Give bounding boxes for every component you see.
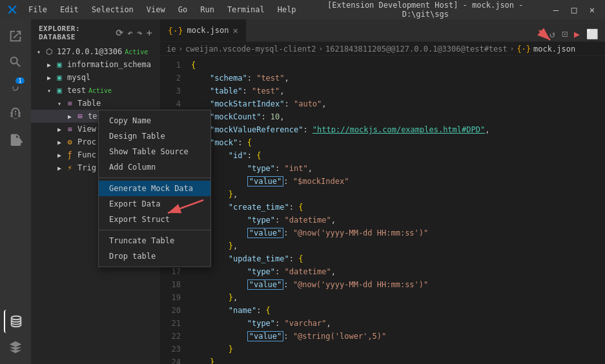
editor-area: {·} mock.json ✕ ↺ ⊡ ▶ ⬜ ie › cweijan.vsc… — [160, 19, 605, 364]
tree-item-test[interactable]: ▾ ▣ test Active — [31, 84, 160, 97]
test-label: test — [67, 86, 86, 95]
activity-source-control[interactable]: 1 — [4, 76, 27, 99]
code-line-18: "value": "@now('yyyy-MM-dd HH:mm:ss')" — [191, 278, 605, 291]
activity-extensions[interactable] — [4, 128, 27, 151]
proc-label: Proc — [77, 137, 96, 147]
tree-item-mysql[interactable]: ▶ ▣ mysql — [31, 71, 160, 84]
tree-item-server[interactable]: ▾ ⬡ 127.0.0.1@3306 Active — [31, 45, 160, 58]
table-icon: ≡ — [65, 98, 75, 108]
main-layout: 1 Explorer: Database ⟳ ↶ ↷ + — [0, 19, 605, 364]
sidebar-header-icons: ⟳ ↶ ↷ + — [116, 28, 152, 38]
sidebar-title: Explorer: Database — [39, 25, 116, 41]
context-menu-add-column[interactable]: Add Column — [99, 159, 210, 175]
code-line-16: "update_time": { — [191, 252, 605, 265]
tree-arrow: ▾ — [44, 85, 54, 96]
tab-bar: {·} mock.json ✕ ↺ ⊡ ▶ ⬜ — [160, 19, 605, 42]
func-label: Func — [77, 150, 96, 159]
menu-go[interactable]: Go — [173, 4, 192, 15]
tab-file-icon: {·} — [168, 26, 183, 35]
code-line-9: "type": "int", — [191, 162, 605, 175]
minimize-button[interactable]: — — [549, 3, 562, 16]
table-item-icon: ⊞ — [75, 111, 85, 121]
svg-point-0 — [12, 316, 21, 320]
activity-database[interactable] — [4, 310, 27, 333]
maximize-button[interactable]: □ — [568, 3, 580, 16]
menu-help[interactable]: Help — [272, 4, 302, 15]
activity-layers[interactable] — [4, 336, 27, 359]
tree-arrow: ▾ — [54, 98, 65, 108]
context-menu-drop-table[interactable]: Drop table — [99, 248, 210, 264]
trig-icon: ⚡ — [65, 163, 75, 173]
tree-item-information-schema[interactable]: ▶ ▣ information_schema — [31, 58, 160, 71]
sidebar-sync-icon[interactable]: ⟳ — [116, 28, 124, 38]
code-line-4: "mockStartIndex": "auto", — [191, 97, 605, 110]
context-menu-export-data[interactable]: Export Data — [99, 196, 210, 212]
activity-explorer[interactable] — [4, 25, 27, 48]
func-icon: ƒ — [65, 150, 75, 160]
server-status: Active — [125, 48, 148, 56]
menu-edit[interactable]: Edit — [55, 4, 84, 15]
sidebar-header: Explorer: Database ⟳ ↶ ↷ + — [31, 19, 160, 44]
context-menu-export-struct[interactable]: Export Struct — [99, 212, 210, 227]
window-title: [Extension Development Host] - mock.json… — [308, 1, 543, 19]
app-icon — [6, 5, 17, 15]
server-icon: ⬡ — [44, 46, 54, 57]
view-label: View — [77, 125, 96, 134]
menu-run[interactable]: Run — [195, 4, 220, 15]
menu-terminal[interactable]: Terminal — [222, 4, 270, 15]
test-status: Active — [88, 87, 112, 94]
code-line-22: "value": "@string('lower',5)" — [191, 330, 605, 343]
view-icon: ≡ — [65, 124, 75, 134]
tree-arrow: ▶ — [44, 59, 54, 70]
menu-view[interactable]: View — [141, 4, 170, 15]
breadcrumb-sep-1: › — [178, 45, 183, 53]
context-menu-show-table-source[interactable]: Show Table Source — [99, 144, 210, 159]
tree-arrow: ▾ — [34, 46, 44, 57]
run-action[interactable]: ▶ — [573, 27, 581, 41]
code-editor: 12345 678910 1112131415 1617181920 21222… — [160, 56, 605, 364]
tree-item-table[interactable]: ▾ ≡ Table — [31, 97, 160, 110]
context-menu-copy-name[interactable]: Copy Name — [99, 113, 210, 128]
sidebar-back-icon[interactable]: ↶ — [127, 28, 133, 38]
mysql-label: mysql — [67, 73, 90, 82]
sidebar-add-icon[interactable]: + — [147, 28, 152, 38]
activity-search[interactable] — [4, 50, 27, 74]
menu-file[interactable]: File — [23, 4, 52, 15]
breadcrumb-file-icon: {·} — [517, 45, 531, 54]
titlebar: File Edit Selection View Go Run Terminal… — [0, 0, 605, 19]
tab-mock-json[interactable]: {·} mock.json ✕ — [160, 19, 246, 41]
activity-bottom — [4, 310, 27, 364]
menu-selection[interactable]: Selection — [87, 4, 139, 15]
db-icon: ▣ — [54, 85, 65, 96]
split-editor-action[interactable]: ⊡ — [560, 27, 569, 41]
code-line-13: "type": "datetime", — [191, 214, 605, 227]
context-menu-separator-1 — [99, 177, 210, 178]
code-line-7: "mock": { — [191, 136, 605, 149]
trig-label: Trig — [77, 163, 96, 172]
context-menu: Copy Name Design Table Show Table Source… — [98, 110, 211, 267]
breadcrumb-ie: ie — [167, 45, 176, 54]
go-back-action[interactable]: ↺ — [548, 27, 557, 41]
breadcrumb-client: cweijan.vscode-mysql-client2 — [185, 45, 316, 54]
table-label: Table — [77, 99, 101, 108]
code-line-23: } — [191, 343, 605, 356]
context-menu-generate-mock-data[interactable]: Generate Mock Data — [99, 181, 210, 196]
context-menu-design-table[interactable]: Design Table — [99, 128, 210, 144]
code-line-17: "type": "datetime", — [191, 265, 605, 278]
context-menu-truncate-table[interactable]: Truncate Table — [99, 233, 210, 248]
close-button[interactable]: ✕ — [586, 3, 599, 16]
tree-arrow: ▶ — [44, 72, 54, 83]
code-line-11: }, — [191, 188, 605, 201]
code-line-8: "id": { — [191, 149, 605, 162]
tab-close-button[interactable]: ✕ — [233, 25, 238, 35]
menu-bar: File Edit Selection View Go Run Terminal… — [23, 4, 302, 15]
code-content[interactable]: { "schema": "test", "table": "test", "mo… — [186, 56, 605, 364]
breadcrumb-connection: 1621843811205@@127.0.0.1@3306@test#test — [325, 45, 508, 54]
activity-debug[interactable] — [4, 102, 27, 125]
sidebar-forward-icon[interactable]: ↷ — [137, 28, 143, 38]
db-icon: ▣ — [54, 72, 65, 83]
proc-icon: ⚙ — [65, 137, 75, 147]
code-line-24: } — [191, 356, 605, 364]
toggle-panel-action[interactable]: ⬜ — [585, 27, 600, 41]
db-icon: ▣ — [54, 59, 65, 70]
